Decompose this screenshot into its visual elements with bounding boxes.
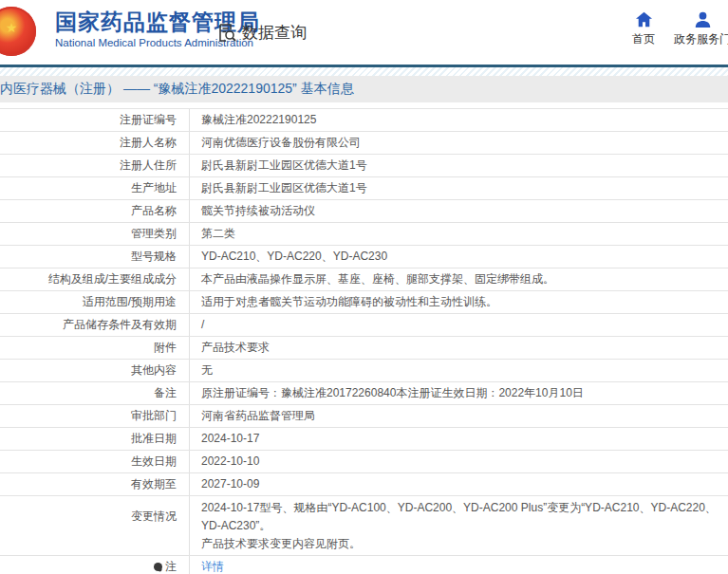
page-title: 内医疗器械（注册） —— “豫械注准20222190125” 基本信息 bbox=[0, 81, 354, 98]
row-value: 2027-10-09 bbox=[190, 473, 728, 495]
row-value: YD-AC210、YD-AC220、YD-AC230 bbox=[190, 246, 728, 268]
row-label: 附件 bbox=[0, 337, 190, 359]
table-row: 型号规格YD-AC210、YD-AC220、YD-AC230 bbox=[0, 246, 728, 268]
note-icon bbox=[154, 563, 162, 571]
table-row: 审批部门河南省药品监督管理局 bbox=[0, 405, 728, 428]
stripe-band bbox=[0, 67, 728, 76]
row-value: 尉氏县新尉工业园区优德大道1号 bbox=[190, 177, 728, 199]
row-label: 其他内容 bbox=[0, 360, 190, 381]
row-value: 本产品由液晶操作显示屏、基座、座椅、腿部支撑架、固定绑带组成。 bbox=[190, 268, 728, 290]
national-emblem-icon: ★ bbox=[0, 7, 36, 56]
row-label: 注册人名称 bbox=[0, 132, 190, 154]
row-label: 备注 bbox=[0, 382, 190, 404]
row-label: 管理类别 bbox=[0, 223, 190, 245]
info-table: 注册证编号豫械注准20222190125注册人名称河南优德医疗设备股份有限公司注… bbox=[0, 108, 728, 574]
row-value: 产品技术要求 bbox=[190, 337, 728, 359]
row-label: 适用范围/预期用途 bbox=[0, 291, 190, 313]
row-value: 第二类 bbox=[190, 223, 728, 245]
table-row: 注册证编号豫械注准20222190125 bbox=[0, 109, 728, 132]
nav-gov-portal[interactable]: 政务服务门 bbox=[664, 11, 728, 47]
table-row: 其他内容无 bbox=[0, 360, 728, 382]
table-row: 附件产品技术要求 bbox=[0, 337, 728, 360]
row-label: 注 bbox=[0, 556, 190, 574]
row-label: 产品名称 bbox=[0, 200, 190, 222]
row-value: 河南优德医疗设备股份有限公司 bbox=[190, 132, 728, 154]
row-label: 生效日期 bbox=[0, 451, 190, 472]
emblem-star-icon: ★ bbox=[6, 21, 18, 34]
row-label: 生产地址 bbox=[0, 177, 190, 199]
row-label: 批准日期 bbox=[0, 428, 190, 450]
row-label: 产品储存条件及有效期 bbox=[0, 314, 190, 336]
row-label: 注册人住所 bbox=[0, 155, 190, 176]
row-value: 2022-10-10 bbox=[190, 451, 728, 472]
user-icon bbox=[694, 11, 712, 28]
title-bar: 内医疗器械（注册） —— “豫械注准20222190125” 基本信息 bbox=[0, 76, 728, 102]
table-row: 变更情况2024-10-17型号、规格由“YD-AC100、YD-AC200、Y… bbox=[0, 496, 728, 556]
row-value: 原注册证编号：豫械注准20172260840本注册证生效日期：2022年10月1… bbox=[190, 382, 728, 404]
table-row: 注册人名称河南优德医疗设备股份有限公司 bbox=[0, 132, 728, 155]
table-row: 有效期至2027-10-09 bbox=[0, 473, 728, 496]
row-value: 髋关节持续被动活动仪 bbox=[190, 200, 728, 222]
table-row: 管理类别第二类 bbox=[0, 223, 728, 246]
row-label: 型号规格 bbox=[0, 246, 190, 268]
document-search-icon bbox=[216, 22, 237, 43]
table-row: 生产地址尉氏县新尉工业园区优德大道1号 bbox=[0, 177, 728, 200]
table-row: 产品储存条件及有效期/ bbox=[0, 314, 728, 337]
row-label: 结构及组成/主要组成成分 bbox=[0, 268, 190, 290]
row-value: 无 bbox=[190, 360, 728, 381]
row-value: 2024-10-17 bbox=[190, 428, 728, 450]
row-label: 有效期至 bbox=[0, 473, 190, 495]
row-value: 详情 bbox=[190, 556, 728, 574]
row-value: 适用于对患者髋关节运动功能障碍的被动性和主动性训练。 bbox=[190, 291, 728, 313]
table-row: 适用范围/预期用途适用于对患者髋关节运动功能障碍的被动性和主动性训练。 bbox=[0, 291, 728, 314]
table-row: 注详情 bbox=[0, 556, 728, 574]
site-header: ★ 国家药品监督管理局 National Medical Products Ad… bbox=[0, 0, 728, 65]
home-icon bbox=[635, 11, 653, 28]
nav-data-query[interactable]: 数据查询 bbox=[216, 22, 307, 44]
row-label: 注册证编号 bbox=[0, 109, 190, 131]
details-link[interactable]: 详情 bbox=[201, 560, 224, 573]
table-row: 备注原注册证编号：豫械注准20172260840本注册证生效日期：2022年10… bbox=[0, 382, 728, 405]
table-row: 注册人住所尉氏县新尉工业园区优德大道1号 bbox=[0, 155, 728, 177]
row-value: / bbox=[190, 314, 728, 336]
row-label: 审批部门 bbox=[0, 405, 190, 427]
table-row: 批准日期2024-10-17 bbox=[0, 428, 728, 451]
row-value: 2024-10-17型号、规格由“YD-AC100、YD-AC200、YD-AC… bbox=[190, 496, 728, 555]
table-row: 产品名称髋关节持续被动活动仪 bbox=[0, 200, 728, 223]
row-value: 河南省药品监督管理局 bbox=[190, 405, 728, 427]
nav-gov-portal-label: 政务服务门 bbox=[664, 31, 728, 47]
row-label: 变更情况 bbox=[0, 496, 190, 555]
nav-data-query-label: 数据查询 bbox=[242, 22, 307, 44]
row-value: 豫械注准20222190125 bbox=[190, 109, 728, 131]
row-value: 尉氏县新尉工业园区优德大道1号 bbox=[190, 155, 728, 176]
table-row: 生效日期2022-10-10 bbox=[0, 451, 728, 473]
table-row: 结构及组成/主要组成成分本产品由液晶操作显示屏、基座、座椅、腿部支撑架、固定绑带… bbox=[0, 268, 728, 291]
